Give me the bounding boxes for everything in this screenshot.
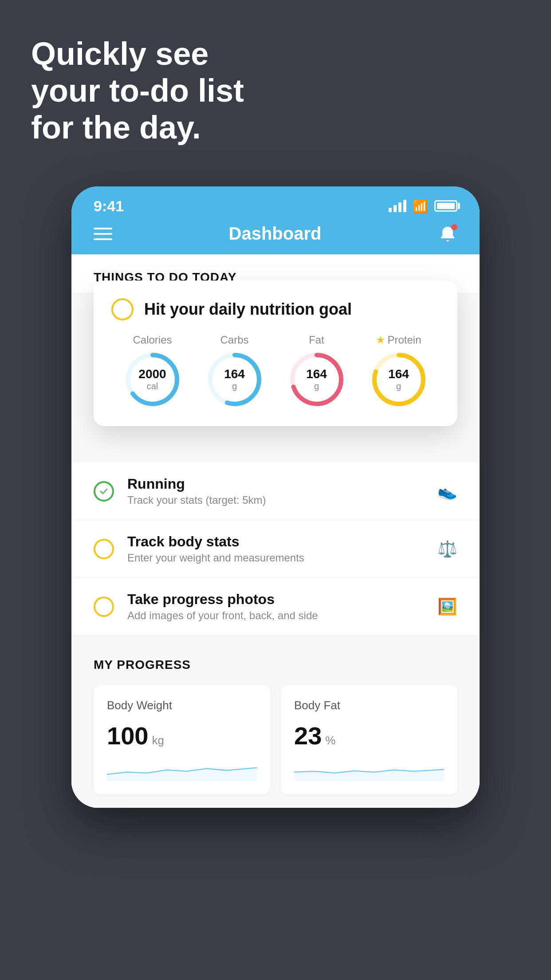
todo-item-body-stats[interactable]: Track body stats Enter your weight and m… — [71, 520, 480, 578]
nutrition-check-circle — [111, 298, 134, 320]
body-stats-check-circle — [94, 539, 114, 559]
calories-ring-wrapper: 2000 cal — [124, 351, 181, 408]
photos-text: Take progress photos Add images of your … — [127, 591, 424, 622]
body-fat-unit: % — [325, 734, 335, 747]
content-area: THINGS TO DO TODAY Hit your daily nutrit… — [71, 254, 480, 808]
photos-check-circle — [94, 597, 114, 617]
progress-section: MY PROGRESS Body Weight 100 kg — [71, 636, 480, 808]
calories-value: 2000 — [138, 368, 166, 381]
body-weight-card[interactable]: Body Weight 100 kg — [94, 685, 270, 794]
calories-ring: Calories 2000 cal — [124, 334, 181, 408]
calories-label: Calories — [133, 334, 172, 346]
body-weight-sparkline — [107, 759, 257, 781]
calories-unit: cal — [138, 381, 166, 391]
progress-title: MY PROGRESS — [94, 658, 457, 672]
photos-subtitle: Add images of your front, back, and side — [127, 609, 424, 622]
status-time: 9:41 — [94, 198, 124, 215]
body-fat-value-row: 23 % — [294, 721, 444, 750]
protein-star-icon: ★ — [376, 334, 386, 346]
body-stats-title: Track body stats — [127, 533, 424, 550]
protein-ring-wrapper: 164 g — [370, 351, 428, 408]
protein-label: ★Protein — [376, 334, 421, 346]
protein-unit: g — [388, 381, 409, 391]
photo-icon: 🖼️ — [437, 597, 457, 616]
hamburger-menu[interactable] — [94, 228, 112, 240]
nutrition-card-title: Hit your daily nutrition goal — [144, 300, 352, 319]
headline: Quickly see your to-do list for the day. — [31, 36, 244, 146]
running-shoe-icon: 👟 — [437, 482, 457, 501]
battery-icon — [434, 200, 457, 212]
body-fat-card-title: Body Fat — [294, 699, 444, 712]
protein-value: 164 — [388, 368, 409, 381]
running-text: Running Track your stats (target: 5km) — [127, 476, 424, 506]
photos-title: Take progress photos — [127, 591, 424, 608]
todo-list: Running Track your stats (target: 5km) 👟… — [71, 462, 480, 636]
notification-dot — [451, 224, 457, 230]
running-check-circle — [94, 481, 114, 502]
fat-value: 164 — [306, 368, 327, 381]
todo-item-running[interactable]: Running Track your stats (target: 5km) 👟 — [71, 462, 480, 520]
body-fat-card[interactable]: Body Fat 23 % — [281, 685, 457, 794]
scale-icon: ⚖️ — [437, 540, 457, 558]
todo-item-photos[interactable]: Take progress photos Add images of your … — [71, 578, 480, 636]
wifi-icon: 📶 — [413, 199, 428, 213]
body-stats-text: Track body stats Enter your weight and m… — [127, 533, 424, 564]
fat-unit: g — [306, 381, 327, 391]
carbs-label: Carbs — [220, 334, 248, 346]
body-weight-card-title: Body Weight — [107, 699, 257, 712]
status-bar: 9:41 📶 — [71, 186, 480, 217]
fat-ring-wrapper: 164 g — [288, 351, 346, 408]
body-fat-value: 23 — [294, 721, 322, 750]
notification-bell-icon[interactable] — [438, 224, 457, 244]
protein-ring: ★Protein 164 g — [370, 334, 428, 408]
carbs-ring: Carbs 164 g — [206, 334, 264, 408]
nav-bar: Dashboard — [71, 217, 480, 254]
body-weight-value-row: 100 kg — [107, 721, 257, 750]
phone-mockup: 9:41 📶 Dashboard THINGS TO DO — [71, 186, 480, 808]
carbs-ring-wrapper: 164 g — [206, 351, 264, 408]
body-fat-sparkline — [294, 759, 444, 781]
running-subtitle: Track your stats (target: 5km) — [127, 494, 424, 506]
body-stats-subtitle: Enter your weight and measurements — [127, 552, 424, 564]
signal-icon — [389, 200, 406, 212]
nav-title: Dashboard — [229, 224, 322, 244]
nutrition-rings: Calories 2000 cal — [111, 334, 440, 408]
carbs-unit: g — [224, 381, 245, 391]
body-weight-unit: kg — [152, 734, 164, 747]
nutrition-card: Hit your daily nutrition goal Calories — [94, 281, 457, 426]
running-title: Running — [127, 476, 424, 492]
body-weight-value: 100 — [107, 721, 148, 750]
carbs-value: 164 — [224, 368, 245, 381]
fat-ring: Fat 164 g — [288, 334, 346, 408]
fat-label: Fat — [309, 334, 324, 346]
nutrition-card-header: Hit your daily nutrition goal — [111, 298, 440, 320]
progress-cards: Body Weight 100 kg Body Fat — [94, 685, 457, 794]
status-icons: 📶 — [389, 199, 457, 213]
